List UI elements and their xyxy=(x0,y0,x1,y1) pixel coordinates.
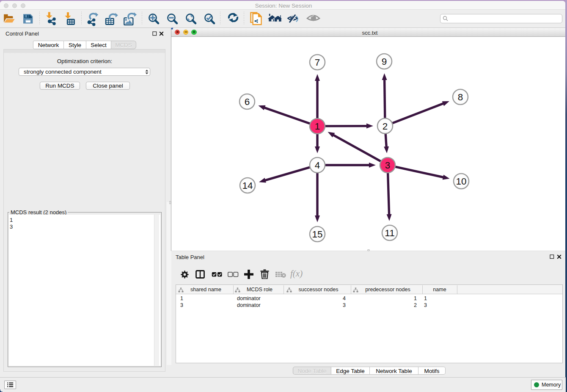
svg-text:8: 8 xyxy=(458,92,463,102)
svg-text:1: 1 xyxy=(315,121,320,132)
svg-text:10: 10 xyxy=(456,176,466,187)
svg-text:9: 9 xyxy=(382,56,387,67)
svg-text:6: 6 xyxy=(245,97,250,107)
svg-text:14: 14 xyxy=(242,180,253,191)
svg-text:4: 4 xyxy=(315,160,320,171)
svg-text:2: 2 xyxy=(383,121,388,132)
svg-text:11: 11 xyxy=(385,228,394,238)
svg-text:7: 7 xyxy=(315,57,320,68)
svg-text:15: 15 xyxy=(312,229,322,240)
svg-text:3: 3 xyxy=(385,160,391,171)
